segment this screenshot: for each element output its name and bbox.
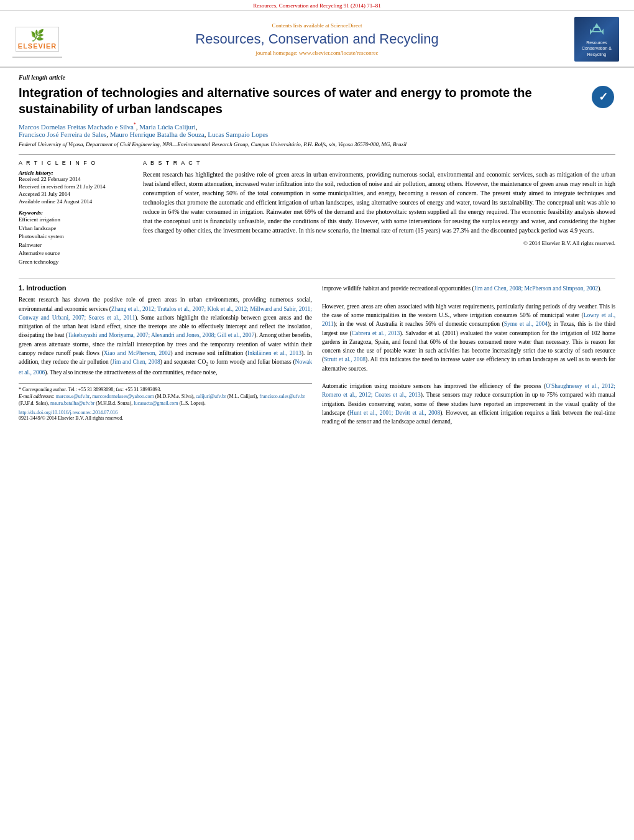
ref-hunt: Hunt et al., 2001; Devitt et al., 2008 xyxy=(349,410,440,416)
article-title: Integration of technologies and alternat… xyxy=(19,85,584,117)
author-name-3: Francisco José Ferreira de Sales xyxy=(19,131,106,138)
journal-homepage: journal homepage: www.elsevier.com/locat… xyxy=(75,50,559,56)
elsevier-wordmark: ELSEVIER xyxy=(18,42,57,50)
emails-text: marcos.e@ufv.br, marcosdornelases@yahoo.… xyxy=(19,394,305,406)
sciencedirect-prefix: Contents lists available at xyxy=(272,22,331,29)
article-content: Full length article Integration of techn… xyxy=(0,68,634,432)
abstract-title: A B S T R A C T xyxy=(143,160,615,166)
footnote-emails: E-mail addresses: marcos.e@ufv.br, marco… xyxy=(19,393,312,407)
authors: Marcos Dornelas Freitas Machado e Silva*… xyxy=(19,122,615,138)
author-name-5: Lucas Sampaio Lopes xyxy=(208,131,268,138)
journal-citation: Resources, Conservation and Recycling 91… xyxy=(253,2,381,9)
revised-date: Received in revised form 21 July 2014 xyxy=(19,183,131,190)
ref-cabrera: Cabrera et al., 2013 xyxy=(352,330,400,336)
homepage-prefix: journal homepage: xyxy=(256,50,299,56)
elsevier-bird-icon: 🌿 xyxy=(30,29,44,42)
footnote-star: * Corresponding author. Tel.: +55 31 389… xyxy=(19,386,312,393)
journal-citation-bar: Resources, Conservation and Recycling 91… xyxy=(0,0,634,11)
sciencedirect-name[interactable]: ScienceDirect xyxy=(331,22,362,29)
accepted-date: Accepted 31 July 2014 xyxy=(19,191,131,197)
history-label: Article history: xyxy=(19,170,131,176)
ref-jim: Jim and Chen, 2008 xyxy=(113,359,160,365)
author-name: Marcos Dornelas Freitas Machado e Silva xyxy=(19,123,134,131)
intro-left-text: Recent research has shown the positive r… xyxy=(19,295,312,377)
abstract-col: A B S T R A C T Recent research has high… xyxy=(143,160,615,271)
keyword-3: Photovoltaic system xyxy=(19,233,131,241)
copyright: © 2014 Elsevier B.V. All rights reserved… xyxy=(143,240,615,246)
article-info-row: A R T I C L E I N F O Article history: R… xyxy=(19,160,615,271)
ref-takebayashi: Takebayashi and Moriyama, 2007; Alexandr… xyxy=(68,332,254,338)
journal-logo-right: ResourcesConservation &Recycling xyxy=(572,17,622,62)
divider xyxy=(19,154,615,155)
ref-oshaughnessy: O'Shaughnessy et al., 2012; Romero et al… xyxy=(322,383,615,398)
keyword-6: Green technology xyxy=(19,258,131,267)
ref-nowak: Nowak et al., 2006 xyxy=(19,359,312,376)
keywords-block: Keywords: Efficient irrigation Urban lan… xyxy=(19,210,131,266)
keywords-label: Keywords: xyxy=(19,210,131,216)
journal-title: Resources, Conservation and Recycling xyxy=(75,31,559,47)
article-info-col: A R T I C L E I N F O Article history: R… xyxy=(19,160,131,271)
recycling-icon xyxy=(587,21,606,40)
body-left-col: 1. Introduction Recent research has show… xyxy=(19,284,312,426)
sciencedirect-link: Contents lists available at ScienceDirec… xyxy=(75,22,559,29)
journal-center: Contents lists available at ScienceDirec… xyxy=(75,22,559,56)
keyword-2: Urban landscape xyxy=(19,224,131,233)
available-date: Available online 24 August 2014 xyxy=(19,198,131,205)
intro-heading: 1. Introduction xyxy=(19,284,312,292)
ref-zhang: Zhang et al., 2012; Tratalos et al., 200… xyxy=(19,306,312,321)
crossmark-badge: ✓ xyxy=(590,85,615,109)
ref-strutt: Strutt et al., 2008 xyxy=(324,356,365,362)
journal-logo-box: ResourcesConservation &Recycling xyxy=(574,17,619,62)
author-name-4: Mauro Henrique Batalha de Souza xyxy=(110,131,204,138)
ref-syme: Syme et al., 2004 xyxy=(504,321,548,327)
history-block: Article history: Received 22 February 20… xyxy=(19,170,131,205)
intro-right-text: improve wildlife habitat and provide rec… xyxy=(322,284,615,426)
ref-xiao: Xiao and McPherson, 2002 xyxy=(104,350,171,356)
homepage-link[interactable]: www.elsevier.com/locate/resconrec xyxy=(299,50,378,56)
article-type: Full length article xyxy=(19,74,615,81)
doi-link[interactable]: http://dx.doi.org/10.1016/j.resconrec.20… xyxy=(19,410,312,415)
keyword-4: Rainwater xyxy=(19,241,131,250)
article-title-row: Integration of technologies and alternat… xyxy=(19,85,615,117)
emails-label: E-mail addresses: xyxy=(19,394,55,399)
body-columns: 1. Introduction Recent research has show… xyxy=(19,279,615,426)
elsevier-logo: 🌿 ELSEVIER xyxy=(12,21,62,58)
article-info-title: A R T I C L E I N F O xyxy=(19,160,131,166)
footnote-section: * Corresponding author. Tel.: +55 31 389… xyxy=(19,383,312,421)
crossmark-icon: ✓ xyxy=(592,86,614,108)
ref-inkilainen: Inkiläinen et al., 2013 xyxy=(247,350,301,356)
keyword-5: Alternative source xyxy=(19,249,131,258)
issn-text: 0921-3449/© 2014 Elsevier B.V. All right… xyxy=(19,415,312,421)
body-right-col: improve wildlife habitat and provide rec… xyxy=(322,284,615,426)
page: Resources, Conservation and Recycling 91… xyxy=(0,0,634,840)
received-date: Received 22 February 2014 xyxy=(19,176,131,182)
ref-lowry: Lowry et al., 2011 xyxy=(322,312,615,327)
keyword-1: Efficient irrigation xyxy=(19,216,131,224)
logo-box-text: ResourcesConservation &Recycling xyxy=(582,40,612,57)
author-name-2: Maria Lúcia Calijuri xyxy=(139,123,195,131)
ref-jim2: Jim and Chen, 2008; McPherson and Simpso… xyxy=(474,285,599,292)
journal-header: 🌿 ELSEVIER Contents lists available at S… xyxy=(0,11,634,68)
elsevier-logo-box: 🌿 ELSEVIER xyxy=(16,27,59,52)
abstract-text: Recent research has highlighted the posi… xyxy=(143,170,615,235)
affiliation: Federal University of Viçosa, Department… xyxy=(19,141,615,149)
